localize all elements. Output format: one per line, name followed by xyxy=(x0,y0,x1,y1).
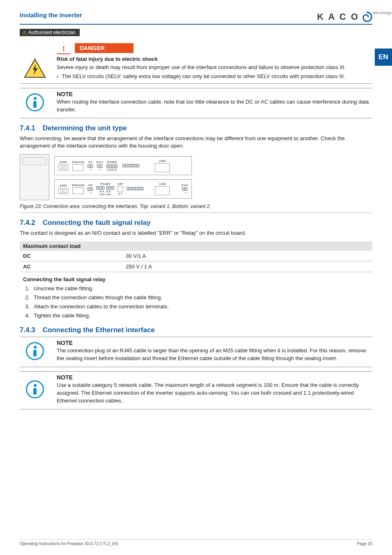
heading-743: 7.4.3 Connecting the Ethernet interface xyxy=(20,326,372,334)
danger-bullet: The SELV circuits (SELV: safety extra lo… xyxy=(57,73,372,79)
danger-heading: Risk of fatal injury due to electric sho… xyxy=(57,56,372,62)
brand-logo: K A C O new energy. xyxy=(317,12,372,22)
procedure-heading: Connecting the fault signal relay xyxy=(23,276,372,282)
figure-caption: Figure 23: Connection area: connecting t… xyxy=(20,204,372,209)
header-rule xyxy=(20,24,372,25)
section-title: Installing the inverter xyxy=(20,12,82,18)
divider xyxy=(20,213,372,213)
footer-right: Page 25 xyxy=(357,541,372,546)
note-title: NOTE xyxy=(57,374,372,381)
auth-badge-label: Authorised electrician xyxy=(28,30,76,35)
danger-triangle-icon: ! xyxy=(57,42,71,54)
cell-dc-label: DC xyxy=(23,253,126,259)
logo-text: K A C O xyxy=(317,12,359,22)
heading-741: 7.4.1 Determining the unit type xyxy=(20,124,372,132)
swirl-icon xyxy=(362,12,372,22)
note-text: The connection plug of an RJ45 cable is … xyxy=(57,347,372,363)
heading-742: 7.4.2 Connecting the fault signal relay xyxy=(20,219,372,227)
page-footer: Operating Instructions for Powador 30.0-… xyxy=(20,539,372,546)
logo-subtext: new energy. xyxy=(372,11,392,15)
warning-triangle-icon: ⚠ xyxy=(22,30,27,35)
authorised-electrician-badge: ⚠ Authorised electrician xyxy=(20,29,80,36)
table-header: Maximum contact load xyxy=(20,241,372,251)
electric-shock-icon xyxy=(24,58,46,78)
board-variant-2: ERR Ethernet S0- + RS485 B A B A GND GND… xyxy=(54,179,192,199)
note-title: NOTE xyxy=(57,91,372,97)
cell-dc-value: 30 V/1 A xyxy=(126,253,369,259)
note-title: NOTE xyxy=(57,340,372,346)
list-item: Unscrew the cable fitting. xyxy=(31,284,372,293)
list-item: Tighten the cable fitting. xyxy=(31,311,372,320)
info-icon xyxy=(26,380,44,398)
danger-label: DANGER xyxy=(75,43,134,53)
info-icon xyxy=(26,342,44,360)
para-742: The contact is designed as an N/O contac… xyxy=(20,229,372,237)
language-tab: EN xyxy=(375,49,392,66)
cell-ac-label: AC xyxy=(23,264,126,270)
table-row: AC 250 V / 1 A xyxy=(20,261,372,272)
info-icon xyxy=(26,93,44,111)
list-item: Attach the connection cables to the conn… xyxy=(31,302,372,311)
cell-ac-value: 250 V / 1 A xyxy=(126,264,369,270)
board-variant-1: ERR Ethernet S0- + EVU- + RS485A B A B U… xyxy=(54,156,192,175)
list-item: Thread the connection cables through the… xyxy=(31,293,372,302)
inverter-sketch-icon xyxy=(20,154,49,200)
figure-23: ERR Ethernet S0- + EVU- + RS485A B A B U… xyxy=(20,154,372,200)
procedure-list: Unscrew the cable fitting. Thread the co… xyxy=(31,284,372,320)
table-row: DC 30 V/1 A xyxy=(20,251,372,261)
footer-left: Operating Instructions for Powador 30.0-… xyxy=(20,541,118,546)
danger-paragraph: Severe injury or death may result from i… xyxy=(57,64,372,72)
note-text: When routing the interface connection ca… xyxy=(57,98,372,114)
note-text: Use a suitable category 5 network cable.… xyxy=(57,382,372,405)
para-741: When connecting, be aware that the arran… xyxy=(20,135,372,150)
